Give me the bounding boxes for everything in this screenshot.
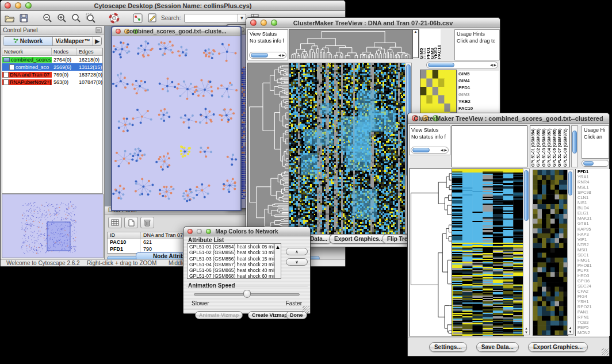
scroll-arrows-icon[interactable]: ◀ ▶ [441, 148, 447, 153]
gene-label[interactable]: TCB3 [576, 320, 610, 325]
gene-label[interactable]: KAP95 [576, 227, 610, 232]
gene-label[interactable]: CLN1 [576, 195, 610, 200]
gene-label[interactable]: PFD1 [458, 85, 499, 91]
gene-label[interactable]: PHO81 [576, 263, 610, 268]
zoom-selected-icon[interactable] [85, 13, 96, 24]
create-vizmap-button[interactable]: Create Vizmap [248, 311, 292, 319]
treeview2-titlebar[interactable]: ClusterMaker TreeView : combined_scores_… [408, 113, 609, 124]
network-birdseye-view[interactable] [2, 194, 104, 258]
speed-slider-thumb[interactable] [243, 290, 251, 298]
treeview1-titlebar[interactable]: ClusterMaker TreeView : DNA and Tran 07-… [246, 18, 500, 28]
help-lifesaver-icon[interactable] [109, 13, 120, 24]
gene-label[interactable]: RPO21 [576, 304, 610, 309]
column-label[interactable]: GPL51-01 (GSM854) [530, 126, 536, 167]
zoom-fit-icon[interactable] [71, 13, 82, 24]
gene-label[interactable]: MSL1 [576, 185, 610, 190]
column-label[interactable]: GPL51-04 (GSM857) [546, 126, 552, 167]
attribute-item[interactable]: GPL51-02 (GSM855) heat shock 10 min [188, 250, 281, 255]
col-id[interactable]: ID [108, 232, 141, 239]
attribute-item[interactable]: GPL51-03 (GSM856) heat shock 15 min [188, 256, 281, 262]
scroll-arrows-icon[interactable]: ◀ ▶ [490, 63, 496, 68]
network-row-combined-sco-selected[interactable]: combined_sco 2569(6) 13112(15) [2, 63, 102, 71]
vizmapper-icon[interactable] [132, 13, 143, 24]
heatmap-canvas[interactable] [452, 168, 524, 336]
zoom-panel-scrollbar[interactable]: ◀ ▶ [426, 62, 498, 68]
gene-label[interactable]: SEC1 [576, 252, 610, 258]
gene-label[interactable]: GIM4 [458, 78, 499, 85]
gene-label[interactable]: FIG4 [576, 294, 610, 299]
gene-label[interactable]: CPA2 [576, 289, 610, 294]
tab-overflow-arrow[interactable]: ▶ [93, 37, 101, 45]
gene-label[interactable]: HMG1 [576, 258, 610, 263]
tab-vizmapper[interactable]: VizMapper™ [53, 37, 93, 45]
column-label[interactable]: GPL51-07 (GSM868) [557, 126, 562, 167]
network-row-combined-scores[interactable]: combined_scores 2764(0) 16218(0) [2, 56, 102, 63]
scroll-arrows-icon[interactable]: ▲▼ [568, 326, 573, 334]
save-data-button[interactable]: Save Data... [476, 342, 519, 352]
col-nodes[interactable]: Nodes [52, 48, 77, 55]
gene-label[interactable]: NIS1 [576, 200, 610, 205]
column-dendrogram-canvas[interactable] [289, 29, 413, 59]
resize-grip-icon[interactable] [602, 348, 609, 355]
attribute-item[interactable]: GPL51-01 (GSM854) heat shock 05 min [188, 244, 281, 250]
gene-label[interactable]: MAK31 [576, 216, 610, 221]
network1-titlebar[interactable]: combined_scores_good.txt--cluste... [112, 27, 240, 36]
move-down-button[interactable]: ∨ [286, 258, 308, 266]
search-input[interactable]: ▼ [184, 14, 246, 22]
attribute-list-scrollbar[interactable]: ▲▼ [274, 244, 281, 278]
gene-label[interactable]: YRA1 [576, 174, 610, 179]
zoom-in-icon[interactable] [56, 13, 67, 24]
gene-label[interactable]: HRD3 [576, 273, 610, 278]
main-titlebar[interactable]: Cytoscape Desktop (Session Name: collins… [1, 1, 345, 11]
heatmap-vertical-scrollbar[interactable]: ▲▼ [523, 168, 530, 335]
gene-label[interactable]: RNR4 [576, 179, 610, 185]
animate-vizmap-button[interactable]: Animate Vizmap [195, 311, 243, 319]
attribute-listbox[interactable]: GPL51-01 (GSM854) heat shock 05 minGPL51… [187, 243, 281, 279]
gene-label[interactable]: MSI1 [576, 247, 610, 252]
tab-network[interactable]: Network [3, 37, 53, 45]
scroll-up-icon[interactable]: ▲ [413, 30, 418, 33]
gene-label[interactable]: RPN1 [576, 315, 610, 320]
settings-button[interactable]: Settings... [429, 342, 467, 352]
export-graphics-button[interactable]: Export Graphics... [329, 234, 389, 244]
view-status-scrollbar[interactable]: ◀ ▶ [249, 52, 286, 59]
zoom-out-icon[interactable] [42, 13, 53, 24]
annotation-icon[interactable] [147, 13, 158, 24]
float-panel-icon[interactable] [95, 27, 102, 33]
save-icon[interactable] [18, 13, 29, 24]
scroll-arrows-icon[interactable]: ▲▼ [523, 327, 529, 335]
col-network[interactable]: Network [2, 48, 52, 55]
view-status-scrollbar[interactable]: ◀ ▶ [411, 147, 449, 154]
scroll-arrows-icon[interactable]: ◀ ▶ [278, 53, 285, 58]
resize-grip-icon[interactable] [303, 306, 309, 313]
search-dropdown-arrow-icon[interactable]: ▼ [238, 14, 245, 22]
gene-label[interactable]: HAP3 [576, 232, 610, 237]
usage-hints-scrollbar[interactable] [582, 160, 609, 167]
column-label[interactable]: GPL51-02 (GSM855) [536, 126, 541, 167]
gene-label[interactable]: PAN1 [576, 309, 610, 315]
zoomed-heatmap-canvas[interactable] [533, 170, 568, 336]
network1-view-canvas[interactable] [112, 36, 240, 210]
gene-label[interactable]: MON2 [576, 330, 610, 335]
network-row-rnapubernov2[interactable]: RNAPuberNov2+| 563(0) 107847(0) [2, 78, 102, 86]
gene-label[interactable]: PAC10 [458, 105, 499, 112]
gene-label[interactable]: VIP1 [576, 237, 610, 242]
row-dendrogram-canvas[interactable] [409, 168, 453, 336]
attribute-item[interactable]: GPL51-06 (GSM865) heat shock 40 min [188, 267, 281, 273]
col-edges[interactable]: Edges [77, 48, 102, 55]
column-label[interactable]: GIM4 [423, 29, 426, 59]
gene-label[interactable]: GIM5 [458, 71, 499, 78]
gene-label[interactable]: GTB1 [576, 221, 610, 226]
heatmap-canvas[interactable] [289, 63, 406, 235]
gene-label[interactable]: SPC98 [576, 190, 610, 195]
scroll-down-icon[interactable]: ▼ [281, 244, 281, 250]
column-label[interactable]: YKE2 [434, 29, 437, 59]
attribute-item[interactable]: GPL51-07 (GSM868) heat shock 60 min [188, 273, 281, 279]
column-label[interactable]: GPL51-08 (GSM872) [563, 126, 568, 167]
dialog-titlebar[interactable]: Map Colors to Network [183, 227, 310, 236]
column-label[interactable]: GIM3 [431, 29, 434, 59]
column-label[interactable]: PFD1 [427, 29, 430, 59]
column-scroll-strip[interactable]: ▲ [412, 29, 419, 58]
delete-attribute-button[interactable] [140, 217, 154, 228]
gene-label[interactable]: GIM3 [458, 91, 499, 98]
